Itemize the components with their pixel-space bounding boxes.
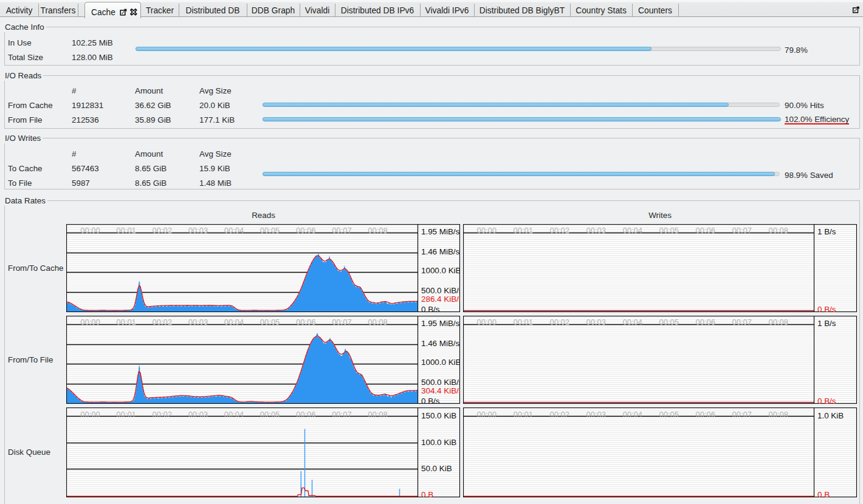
svg-text:00:08: 00:08 (368, 410, 388, 419)
svg-text:100.0 KiB: 100.0 KiB (421, 438, 456, 447)
svg-text:1000.0 KiB/s: 1000.0 KiB/s (421, 358, 460, 367)
svg-text:00:03: 00:03 (586, 410, 606, 419)
svg-text:00:02: 00:02 (153, 318, 173, 327)
svg-text:00:06: 00:06 (695, 318, 715, 327)
svg-text:00:05: 00:05 (659, 410, 679, 419)
svg-text:00:04: 00:04 (622, 318, 642, 327)
svg-text:00:02: 00:02 (549, 410, 569, 419)
svg-text:00:07: 00:07 (732, 410, 752, 419)
svg-text:0 B: 0 B (421, 490, 433, 497)
svg-text:00:03: 00:03 (586, 318, 606, 327)
svg-text:00:06: 00:06 (296, 318, 316, 327)
svg-text:00:08: 00:08 (768, 226, 788, 235)
svg-text:00:02: 00:02 (549, 226, 569, 235)
svg-text:00:03: 00:03 (188, 226, 208, 235)
svg-text:1 B/s: 1 B/s (817, 227, 836, 236)
svg-text:00:01: 00:01 (513, 410, 533, 419)
svg-text:00:06: 00:06 (296, 410, 316, 419)
svg-text:00:05: 00:05 (659, 226, 679, 235)
svg-text:00:04: 00:04 (622, 226, 642, 235)
svg-text:00:05: 00:05 (260, 226, 280, 235)
svg-text:00:01: 00:01 (513, 318, 533, 327)
svg-text:00:03: 00:03 (188, 318, 208, 327)
svg-text:00:07: 00:07 (332, 226, 352, 235)
svg-text:00:08: 00:08 (368, 226, 388, 235)
svg-text:00:05: 00:05 (260, 410, 280, 419)
svg-text:1.95 MiB/s: 1.95 MiB/s (421, 227, 460, 236)
svg-text:00:00: 00:00 (476, 410, 497, 419)
svg-text:00:04: 00:04 (224, 318, 244, 327)
svg-text:00:02: 00:02 (153, 410, 173, 419)
svg-text:500.0 KiB/s: 500.0 KiB/s (421, 286, 460, 295)
svg-text:0 B: 0 B (817, 490, 830, 497)
svg-text:1.0 KiB: 1.0 KiB (817, 411, 844, 420)
svg-text:00:01: 00:01 (116, 410, 136, 419)
svg-text:00:01: 00:01 (116, 318, 136, 327)
svg-text:00:01: 00:01 (116, 226, 136, 235)
svg-text:00:08: 00:08 (768, 410, 788, 419)
svg-text:00:03: 00:03 (188, 410, 208, 419)
svg-text:500.0 KiB/s: 500.0 KiB/s (421, 378, 460, 387)
svg-text:00:04: 00:04 (622, 410, 642, 419)
svg-text:00:04: 00:04 (224, 410, 244, 419)
svg-text:00:08: 00:08 (768, 318, 788, 327)
svg-text:286.4 KiB/s: 286.4 KiB/s (421, 295, 460, 304)
svg-text:00:02: 00:02 (153, 226, 173, 235)
svg-text:00:07: 00:07 (332, 410, 352, 419)
svg-text:00:08: 00:08 (368, 318, 388, 327)
svg-text:1.46 MiB/s: 1.46 MiB/s (421, 339, 460, 348)
svg-text:0 B/s: 0 B/s (421, 397, 440, 404)
svg-text:1000.0 KiB/s: 1000.0 KiB/s (421, 266, 460, 275)
svg-text:00:00: 00:00 (476, 318, 497, 327)
svg-text:00:01: 00:01 (513, 226, 533, 235)
svg-text:00:03: 00:03 (586, 226, 606, 235)
svg-text:00:07: 00:07 (732, 318, 752, 327)
svg-text:00:05: 00:05 (659, 318, 679, 327)
svg-text:0 B/s: 0 B/s (817, 305, 836, 312)
svg-text:304.4 KiB/s: 304.4 KiB/s (421, 386, 460, 395)
svg-text:00:00: 00:00 (476, 226, 497, 235)
svg-text:00:00: 00:00 (80, 410, 100, 419)
svg-text:00:07: 00:07 (732, 226, 752, 235)
svg-text:1.46 MiB/s: 1.46 MiB/s (421, 247, 460, 256)
svg-text:00:00: 00:00 (80, 318, 100, 327)
svg-text:1.95 MiB/s: 1.95 MiB/s (421, 319, 460, 328)
svg-text:1 B/s: 1 B/s (817, 319, 836, 328)
svg-text:0 B/s: 0 B/s (817, 397, 836, 404)
svg-text:00:06: 00:06 (695, 410, 715, 419)
svg-text:0 B/s: 0 B/s (421, 305, 440, 312)
svg-text:00:04: 00:04 (224, 226, 244, 235)
svg-text:00:06: 00:06 (296, 226, 316, 235)
svg-text:50.0 KiB: 50.0 KiB (421, 464, 452, 473)
svg-text:00:02: 00:02 (549, 318, 569, 327)
svg-text:00:05: 00:05 (260, 318, 280, 327)
svg-text:00:07: 00:07 (332, 318, 352, 327)
svg-text:00:00: 00:00 (80, 226, 100, 235)
svg-text:150.0 KiB: 150.0 KiB (421, 411, 456, 420)
svg-text:00:06: 00:06 (695, 226, 715, 235)
